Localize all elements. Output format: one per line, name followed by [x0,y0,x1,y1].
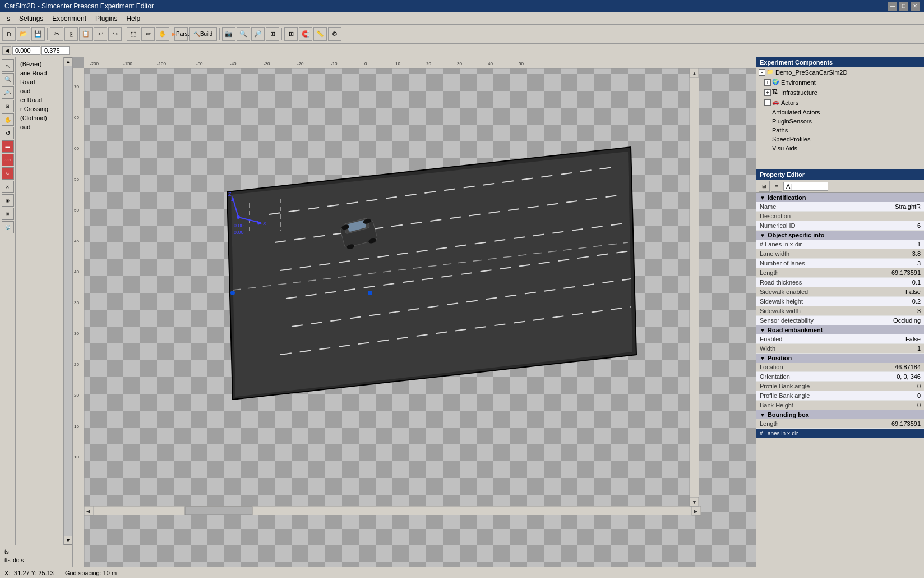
chevron-position: ▼ [760,355,765,361]
titlebar: CarSim2D - Simcenter Prescan Experiment … [0,0,924,12]
prop-bottom-status: # Lanes in x-dir [756,429,924,438]
svg-text:40: 40 [74,269,79,274]
tree-articulated[interactable]: Articulated Actors [756,108,924,117]
coord-y-input[interactable] [41,46,70,55]
delete-tool[interactable]: ✕ [2,181,14,193]
road-item-crossing[interactable]: r Crossing [18,104,61,113]
prop-name: Name StraightR [756,202,924,212]
tree-expand-actors[interactable]: - [764,99,771,106]
zoom-region-tool[interactable]: ⊡ [2,100,14,112]
section-identification[interactable]: ▼ Identification [756,193,924,202]
hand-button[interactable]: ✋ [156,27,169,41]
left-scroll-up[interactable]: ▲ [64,57,72,66]
status-coords: X: -31.27 Y: 25.13 [4,570,54,576]
tree-environment[interactable]: + 🌍 Environment [756,77,924,88]
svg-text:0.00: 0.00 [234,230,244,235]
svg-rect-65 [84,506,701,515]
connect-tool[interactable]: ⊞ [2,208,14,220]
tree-infrastructure[interactable]: + 🏗 Infrastructure [756,88,924,98]
select-tool[interactable]: ↖ [2,59,14,72]
section-embankment[interactable]: ▼ Road embankment [756,325,924,334]
select-button[interactable]: ⬚ [127,27,140,41]
svg-text:20: 20 [74,393,79,398]
road-item-4[interactable]: er Road [18,95,61,104]
redo-button[interactable]: ↪ [108,27,122,41]
svg-text:15: 15 [74,424,79,429]
tree-expand-env[interactable]: + [764,79,771,86]
save-button[interactable]: 💾 [31,27,45,41]
rotate-tool[interactable]: ↺ [2,127,14,139]
grid-button[interactable]: ⊞ [284,27,298,41]
scroll-left-btn[interactable]: ◀ [2,46,11,55]
maximize-button[interactable]: □ [899,2,908,11]
road-list: (Bézier) ane Road Road oad er Road r Cro… [16,57,63,545]
left-scroll-down[interactable]: ▼ [64,536,72,545]
prop-description: Description [756,212,924,221]
sensor-tool[interactable]: 📡 [2,221,14,233]
new-button[interactable]: 🗋 [2,27,16,41]
road-item-5[interactable]: oad [18,122,61,131]
toolbar: 🗋 📂 💾 ✂ ⎘ 📋 ↩ ↪ ⬚ ✏ ✋ ▶ Parse 🔨 Build 📷 … [0,25,924,44]
bottom-item-dots[interactable]: tts' dots [2,556,70,565]
paste-button[interactable]: 📋 [79,27,93,41]
tree-visuaids[interactable]: Visu Aids [756,144,924,153]
tree-expand-infra[interactable]: + [764,89,771,96]
tree-plugins[interactable]: PluginSensors [756,117,924,126]
menu-settings[interactable]: Settings [15,13,48,24]
build-button[interactable]: 🔨 Build [189,27,217,41]
road-tool-3[interactable]: ⤿ [2,167,14,180]
open-button[interactable]: 📂 [17,27,30,41]
prop-btn-1[interactable]: ⊞ [759,181,770,192]
road-item-clothoid[interactable]: (Clothoid) [18,113,61,122]
tree-expand-root[interactable]: - [759,69,765,76]
parse-button[interactable]: ▶ Parse [174,27,188,41]
chevron-bounding-box: ▼ [760,412,765,418]
zoom-tool[interactable]: 🔍 [2,73,14,85]
svg-text:20: 20 [426,61,431,66]
prop-search-input[interactable] [783,182,828,191]
road-item-bezier[interactable]: (Bézier) [18,59,61,68]
bottom-item-1[interactable]: ts [2,548,70,556]
camera-button[interactable]: 📷 [222,27,235,41]
cut-button[interactable]: ✂ [50,27,63,41]
prop-editor-header: Property Editor [756,169,924,180]
road-tool-2[interactable]: ⟿ [2,154,14,166]
section-bounding-box[interactable]: ▼ Bounding box [756,410,924,419]
measure-button[interactable]: 📏 [313,27,327,41]
road-item-3[interactable]: oad [18,86,61,95]
zoom-minus-tool[interactable]: 🔎- [2,86,14,99]
status-grid: Grid spacing: 10 m [65,570,117,576]
prop-btn-2[interactable]: ≡ [771,181,782,192]
draw-button[interactable]: ✏ [141,27,155,41]
zoom-out-button[interactable]: 🔎 [251,27,265,41]
coord-x-input[interactable] [12,46,40,55]
tree-root[interactable]: - 📁 Demo_PreScanCarSim2D [756,67,924,77]
tree-actors[interactable]: - 🚗 Actors [756,98,924,108]
undo-button[interactable]: ↩ [94,27,107,41]
statusbar: X: -31.27 Y: 25.13 Grid spacing: 10 m [0,567,924,578]
node-tool[interactable]: ◉ [2,194,14,207]
menu-file[interactable]: s [2,13,15,24]
copy-button[interactable]: ⎘ [64,27,78,41]
minimize-button[interactable]: — [888,2,897,11]
road-tool-1[interactable]: ▬ [2,140,14,153]
snap-button[interactable]: 🧲 [299,27,312,41]
settings2-button[interactable]: ⚙ [328,27,341,41]
menu-help[interactable]: Help [122,13,145,24]
section-object-info[interactable]: ▼ Object specific info [756,231,924,240]
menu-plugins[interactable]: Plugins [91,13,122,24]
tree-speedprofiles[interactable]: SpeedProfiles [756,135,924,144]
close-button[interactable]: ✕ [911,2,920,11]
pan-tool[interactable]: ✋ [2,113,14,126]
zoom-in-button[interactable]: 🔍 [237,27,250,41]
road-item-1[interactable]: ane Road [18,68,61,77]
window-controls[interactable]: — □ ✕ [888,2,920,11]
fit-button[interactable]: ⊞ [266,27,279,41]
tree-paths[interactable]: Paths [756,126,924,135]
section-position[interactable]: ▼ Position [756,354,924,363]
canvas-area[interactable]: -200 -150 -100 -50 -40 -30 -20 -10 0 10 … [73,57,756,567]
tree-label-infra: Infrastructure [781,89,817,96]
road-item-2[interactable]: Road [18,77,61,86]
prop-sensor-detect: Sensor detectability Occluding [756,316,924,325]
menu-experiment[interactable]: Experiment [48,13,91,24]
